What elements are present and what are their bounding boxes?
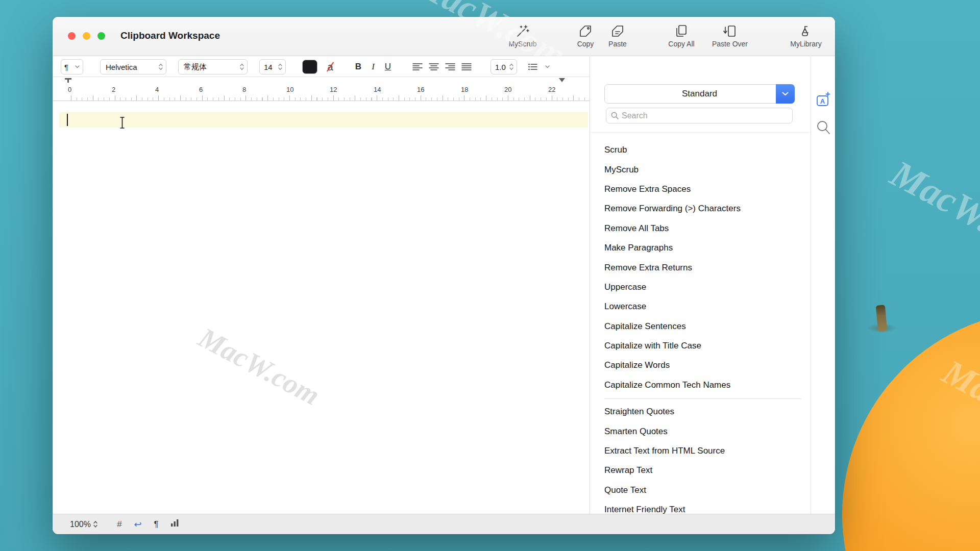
action-item[interactable]: Straighten Quotes (604, 402, 801, 421)
preset-dropdown-button[interactable] (776, 84, 795, 104)
library-flask-icon (799, 24, 813, 38)
bar-chart-icon (170, 519, 179, 527)
line-spacing-select[interactable]: 1.0 (491, 59, 517, 74)
action-item[interactable]: Capitalize Sentences (604, 317, 801, 336)
character-color-button[interactable]: a (322, 59, 338, 74)
main-area: ¶ Helvetica 常规体 14 a (53, 57, 835, 514)
toolbar-label: Copy All (668, 40, 694, 48)
font-size-value: 14 (264, 63, 273, 71)
action-item[interactable]: Capitalize with Title Case (604, 336, 801, 356)
action-item[interactable]: Make Paragraphs (604, 238, 801, 258)
toolbar-label: Paste Over (712, 40, 748, 48)
show-invisibles-button[interactable]: ¶ (152, 519, 161, 530)
toolbar-copy-all-button[interactable]: Copy All (657, 24, 706, 48)
action-item[interactable]: Capitalize Common Tech Names (604, 375, 801, 395)
ruler-number: 4 (155, 86, 159, 93)
action-item[interactable]: Rewrap Text (604, 461, 801, 480)
ruler-number: 10 (286, 86, 293, 93)
text-editor-canvas[interactable]: MacW.com (53, 101, 590, 514)
font-size-select[interactable]: 14 (259, 59, 286, 74)
align-left-button[interactable] (412, 63, 423, 73)
right-margin-marker[interactable] (559, 78, 565, 82)
action-item[interactable]: Smarten Quotes (604, 421, 801, 441)
ruler-number: 14 (374, 86, 381, 93)
ruler-major-ticks (71, 95, 587, 101)
ruler-number: 18 (461, 86, 468, 93)
zoom-control[interactable]: 100% (70, 514, 98, 534)
line-spacing-value: 1.0 (495, 63, 506, 71)
copy-all-icon (674, 24, 689, 38)
find-panel-button[interactable] (816, 120, 830, 137)
toolbar-label: MyScrub (508, 40, 536, 48)
paragraph-style-dropdown[interactable]: ¶ (61, 59, 83, 74)
action-item[interactable]: Extract Text from HTML Source (604, 441, 801, 461)
action-item[interactable]: Internet Friendly Text (604, 500, 801, 514)
align-right-button[interactable] (445, 63, 455, 73)
font-family-value: Helvetica (106, 63, 137, 71)
toolbar-paste-over-button[interactable]: Paste Over (705, 24, 754, 48)
stepper-icon (278, 63, 283, 71)
indent-marker[interactable] (65, 78, 71, 83)
action-item[interactable]: Quote Text (604, 481, 801, 500)
ruler-number: 20 (504, 86, 511, 93)
toolbar-paste-button[interactable]: Paste (593, 24, 642, 48)
action-item[interactable]: Uppercase (604, 278, 801, 297)
search-input[interactable] (622, 111, 788, 120)
action-item[interactable]: Remove Extra Returns (604, 258, 801, 277)
font-style-select[interactable]: 常规体 (178, 59, 248, 74)
orange-stem (876, 305, 887, 332)
preset-value: Standard (682, 89, 717, 99)
close-button[interactable] (68, 32, 76, 40)
app-window: Clipboard Workspace MyScrub Copy Paste C… (53, 17, 835, 534)
toolbar-mylibrary-button[interactable]: MyLibrary (781, 24, 830, 48)
ruler-number: 6 (199, 86, 203, 93)
paste-tag-icon (610, 24, 625, 38)
stepper-icon (239, 63, 244, 71)
watermark-editor: MacW.com (193, 321, 325, 412)
preset-select[interactable]: Standard (604, 84, 795, 104)
word-count-button[interactable]: # (115, 519, 124, 530)
toolbar-myscrub-button[interactable]: MyScrub (498, 24, 547, 48)
toolbar-label: Copy (577, 40, 594, 48)
action-item[interactable]: Remove Extra Spaces (604, 180, 801, 199)
ibeam-cursor-icon (119, 116, 126, 131)
magic-wand-icon (516, 24, 530, 38)
underline-button[interactable]: U (381, 59, 395, 74)
action-item[interactable]: MyScrub (604, 160, 801, 179)
sidebar-search-field[interactable] (606, 108, 793, 123)
actions-panel-button[interactable]: A (816, 91, 831, 110)
ruler[interactable]: 0 2 4 6 8 10 12 14 16 18 20 22 (53, 77, 590, 101)
desktop-orange-fruit (842, 310, 980, 551)
chevron-down-icon (545, 65, 550, 68)
action-item[interactable]: Lowercase (604, 297, 801, 316)
toolbar-label: Paste (608, 40, 627, 48)
copy-tag-icon (578, 24, 593, 38)
statistics-button[interactable] (170, 519, 179, 530)
ruler-number: 16 (417, 86, 424, 93)
status-bar: 100% # ↩ ¶ (53, 514, 835, 534)
format-bar: ¶ Helvetica 常规体 14 a (53, 57, 590, 77)
watermark-right: MacW.com (884, 152, 980, 272)
zoom-level: 100% (70, 520, 91, 529)
search-icon (611, 112, 619, 119)
list-style-dropdown[interactable] (525, 59, 553, 74)
minimize-button[interactable] (83, 32, 90, 40)
text-caret (67, 114, 68, 126)
action-item[interactable]: Capitalize Words (604, 356, 801, 375)
action-item[interactable]: Remove Forwarding (>) Characters (604, 199, 801, 218)
bold-button[interactable]: B (352, 59, 365, 74)
align-justify-button[interactable] (461, 63, 472, 73)
font-family-select[interactable]: Helvetica (100, 59, 166, 74)
current-line-highlight (59, 112, 588, 128)
zoom-button[interactable] (97, 32, 105, 40)
action-item[interactable]: Remove All Tabs (604, 219, 801, 238)
action-item[interactable]: Scrub (604, 140, 801, 160)
ruler-number: 12 (330, 86, 337, 93)
ruler-number: 0 (68, 86, 71, 93)
text-color-well[interactable] (302, 60, 317, 74)
toolbar-label: MyLibrary (790, 40, 821, 48)
soft-return-button[interactable]: ↩ (133, 519, 142, 530)
align-center-button[interactable] (429, 63, 439, 73)
italic-button[interactable]: I (366, 59, 380, 74)
pilcrow-symbol: ¶ (64, 63, 68, 71)
